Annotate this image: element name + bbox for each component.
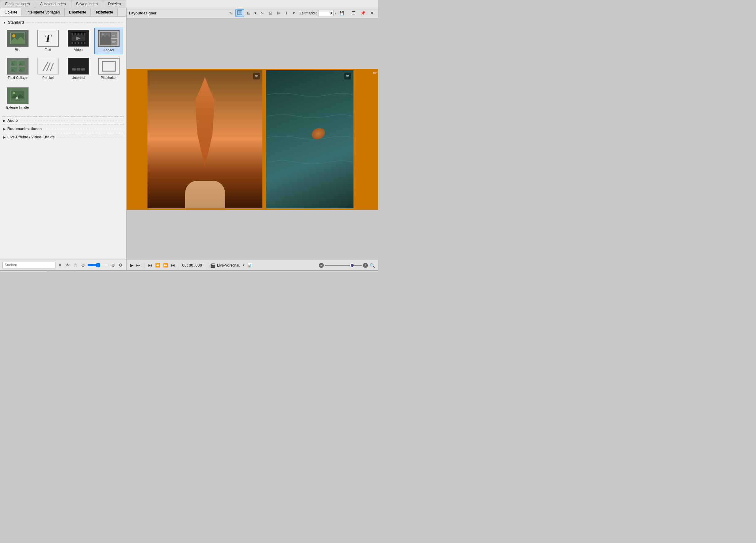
zoom-out-button[interactable]: −: [319, 263, 324, 268]
tab-bildeffekte[interactable]: Bildeffekte: [64, 8, 91, 16]
designer-title: Layoutdesigner: [129, 11, 226, 15]
svg-rect-14: [84, 42, 86, 44]
section-routenanimationen-header[interactable]: ▶ Routenanimationen: [2, 124, 124, 133]
playback-separator-2: [179, 262, 179, 268]
tab-bewegungen[interactable]: Bewegungen: [71, 0, 103, 8]
rewind-button[interactable]: ⏮: [147, 262, 153, 268]
live-effekte-arrow: ▶: [3, 136, 6, 139]
section-standard-header[interactable]: ▼ Standard: [2, 19, 124, 26]
object-item-platzhalter[interactable]: Platzhalter: [94, 55, 123, 82]
toolbar-grid-dropdown[interactable]: ▾: [254, 10, 258, 16]
search-size-slider[interactable]: [87, 262, 109, 268]
externe-inhalte-label: Externe Inhalte: [6, 105, 29, 109]
section-standard-arrow: ▼: [3, 21, 6, 24]
object-item-untertitel[interactable]: Untertitel: [64, 55, 93, 82]
object-item-text[interactable]: T Text: [33, 28, 63, 54]
svg-rect-8: [81, 33, 82, 35]
svg-rect-23: [112, 41, 116, 42]
video-icon: [68, 30, 89, 47]
tab-ausblendungen[interactable]: Ausblendungen: [35, 0, 71, 8]
main-layout: Objekte Intelligente Vorlagen Bildeffekt…: [0, 8, 378, 270]
audio-arrow: ▶: [3, 119, 6, 122]
search-zoom-in-button[interactable]: ⊕: [110, 262, 116, 268]
svg-rect-13: [81, 42, 82, 44]
untertitel-icon: [68, 58, 89, 75]
svg-rect-10: [71, 42, 73, 44]
object-grid: ▼ Standard Bild: [0, 17, 126, 259]
step-back-button[interactable]: ⏪: [155, 262, 161, 268]
toolbar-curve2-button[interactable]: ⊡: [267, 10, 274, 16]
zoom-slider[interactable]: [325, 265, 362, 266]
svg-point-3: [12, 34, 15, 37]
search-bar: ✕ 👁 ☆ ⊖ ⊕ ⚙: [0, 259, 126, 270]
object-item-video[interactable]: Video: [64, 28, 93, 54]
untertitel-label: Untertitel: [71, 76, 85, 79]
search-icons: 👁 ☆ ⊖ ⊕ ⚙: [64, 262, 124, 268]
object-item-bild[interactable]: Bild: [3, 28, 32, 54]
tab-storyboard[interactable]: Storyboard: [47, 271, 75, 272]
designer-header: Layoutdesigner ↖ ⊞ ▾ ∿ ⊡ ⊨ ⊩ ▾ Zeitmarke…: [127, 8, 378, 18]
search-filter-button[interactable]: ⚙: [117, 262, 124, 268]
svg-rect-43: [102, 61, 116, 72]
toolbar-grid-button[interactable]: ⊞: [245, 10, 252, 16]
platzhalter-label: Platzhalter: [101, 76, 117, 79]
play-button[interactable]: ▶: [129, 262, 134, 269]
toolbar-select-button[interactable]: ↖: [227, 10, 234, 16]
step-forward-button[interactable]: ⏩: [162, 262, 169, 268]
svg-rect-9: [84, 33, 86, 35]
preview-dropdown[interactable]: ▾: [242, 262, 245, 268]
playback-separator-1: [144, 262, 144, 268]
search-zoom-out-button[interactable]: ⊖: [80, 262, 86, 268]
tab-dateien[interactable]: Dateien: [103, 0, 126, 8]
zeitmarke-input[interactable]: [318, 10, 334, 16]
tab-objekte[interactable]: Objekte: [0, 8, 22, 16]
playback-bar: ▶ ▶▾ ⏮ ⏪ ⏩ ⏭ 00:00.000 🎬 Live-Vorschau ▾…: [127, 260, 378, 270]
zoom-fit-button[interactable]: 🔍: [369, 262, 376, 268]
window-minimize-button[interactable]: 🗖: [350, 10, 357, 16]
edit-icon-left[interactable]: ✏: [253, 73, 260, 79]
search-favorite-button[interactable]: ☆: [72, 262, 79, 268]
svg-rect-42: [81, 68, 85, 71]
svg-rect-5: [71, 33, 73, 35]
svg-point-27: [102, 33, 104, 35]
svg-rect-24: [112, 42, 115, 43]
canvas-frame: ✏: [127, 69, 378, 210]
toolbar-align-dropdown[interactable]: ▾: [292, 10, 296, 16]
object-item-externe-inhalte[interactable]: Externe Inhalte: [3, 85, 32, 111]
svg-rect-40: [72, 68, 76, 71]
window-pin-button[interactable]: 📌: [359, 10, 367, 16]
object-item-flexi-collage[interactable]: Flexi-Collage: [3, 55, 32, 82]
section-live-effekte-header[interactable]: ▶ Live-Effekte / Video-Effekte: [2, 133, 124, 141]
tab-intelligente-vorlagen[interactable]: Intelligente Vorlagen: [22, 8, 64, 16]
canvas-image-left[interactable]: ✏: [147, 70, 262, 208]
toolbar-save-button[interactable]: 💾: [338, 10, 346, 16]
platzhalter-icon: [98, 58, 120, 75]
edit-icon-right[interactable]: ✏: [344, 73, 351, 79]
search-input[interactable]: [2, 262, 56, 268]
object-item-kapitel[interactable]: Kapitel: [94, 28, 123, 54]
search-preview-button[interactable]: 👁: [64, 262, 71, 268]
play-dropdown-button[interactable]: ▶▾: [136, 263, 141, 267]
toolbar-align1-button[interactable]: ⊨: [275, 10, 282, 16]
tab-texteffekte[interactable]: Texteffekte: [91, 8, 118, 16]
window-close-button[interactable]: ✕: [368, 10, 376, 16]
svg-rect-21: [112, 34, 116, 34]
svg-line-38: [50, 63, 53, 71]
object-item-partikel[interactable]: Partikel: [33, 55, 63, 82]
window-controls: 🗖 📌 ✕: [350, 10, 376, 16]
toolbar-align2-button[interactable]: ⊩: [284, 10, 291, 16]
bild-icon: [7, 30, 29, 47]
zoom-in-button[interactable]: +: [363, 263, 368, 268]
section-standard-label: Standard: [8, 20, 24, 25]
fast-forward-button[interactable]: ⏭: [170, 262, 176, 268]
tab-einblendungen[interactable]: Einblendungen: [0, 0, 35, 8]
zeitmarke-unit: s: [335, 11, 337, 15]
toolbar-move-button[interactable]: [235, 9, 244, 17]
canvas-corner-icon[interactable]: ✏: [373, 70, 377, 76]
search-clear-button[interactable]: ✕: [57, 262, 63, 268]
canvas-image-right[interactable]: ✏: [266, 70, 353, 208]
tab-timeline-spuransicht[interactable]: Timeline - Spuransicht: [0, 271, 47, 272]
toolbar-curve1-button[interactable]: ∿: [259, 10, 266, 16]
canvas-area: ✏: [127, 18, 378, 260]
section-audio-header[interactable]: ▶ Audio: [2, 116, 124, 124]
